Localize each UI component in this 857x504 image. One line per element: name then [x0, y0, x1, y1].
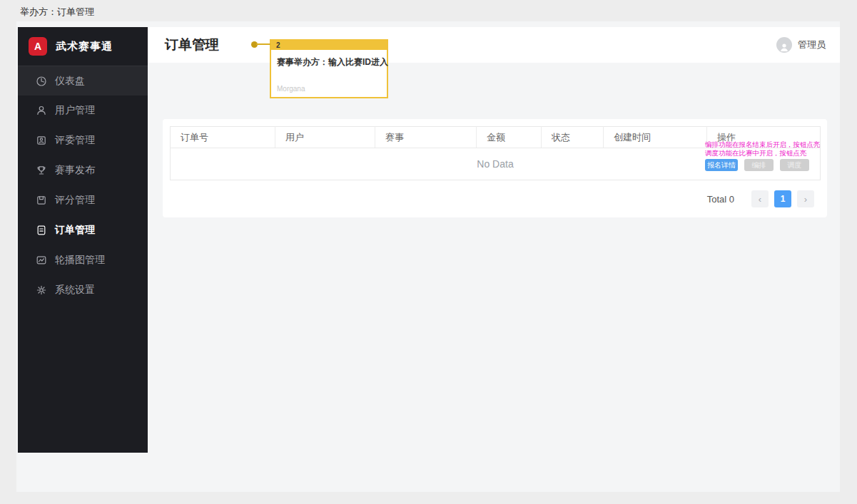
sidebar-item-label: 轮播图管理	[55, 254, 105, 267]
annotation-number: 2	[276, 41, 280, 49]
action-buttons: 报名详情 编排 调度	[705, 159, 823, 171]
page-title: 订单管理	[165, 36, 219, 54]
sidebar-item-label: 评委管理	[55, 134, 95, 147]
annotation-text: 赛事举办方：输入比赛ID进入	[277, 56, 381, 68]
column-event: 赛事	[375, 127, 477, 148]
sidebar-item-label: 仪表盘	[55, 75, 85, 88]
annotation-connector-line	[256, 43, 270, 45]
column-status: 状态	[542, 127, 604, 148]
user-icon	[36, 105, 47, 116]
pagination-total: Total 0	[707, 194, 734, 205]
sidebar-item-judges[interactable]: 评委管理	[18, 125, 148, 155]
logo-badge: A	[29, 37, 47, 56]
order-icon	[36, 225, 47, 236]
sidebar-item-users[interactable]: 用户管理	[18, 96, 148, 125]
trophy-icon	[36, 165, 47, 176]
sidebar-item-orders[interactable]: 订单管理	[18, 215, 148, 245]
judge-icon	[36, 135, 47, 146]
next-page-button[interactable]: ›	[797, 190, 814, 207]
prev-page-button[interactable]: ‹	[751, 190, 769, 207]
sidebar-item-label: 订单管理	[55, 224, 95, 237]
orders-card: 订单号 用户 赛事 金额 状态 创建时间 操作 No Data 编排功能在报名结…	[163, 119, 827, 217]
actions-annotation: 编排功能在报名结束后开启，按钮点亮 调度功能在比赛中开启，按钮点亮 报名详情 编…	[705, 140, 823, 171]
column-order-no: 订单号	[171, 127, 275, 148]
chevron-right-icon: ›	[804, 194, 807, 205]
pagination: Total 0 ‹ 1 ›	[707, 190, 814, 207]
sidebar-item-settings[interactable]: 系统设置	[18, 275, 148, 305]
sidebar-item-carousel[interactable]: 轮播图管理	[18, 245, 148, 275]
sidebar-item-dashboard[interactable]: 仪表盘	[18, 66, 148, 96]
column-created-at: 创建时间	[604, 127, 707, 148]
registration-detail-button[interactable]: 报名详情	[705, 159, 738, 171]
chevron-left-icon: ‹	[759, 194, 761, 205]
settings-icon	[36, 284, 47, 296]
app-title: 武术赛事通	[56, 40, 113, 53]
annotation-tooltip-header: 2	[271, 41, 387, 50]
sidebar-item-scoring[interactable]: 评分管理	[18, 185, 148, 215]
carousel-icon	[36, 254, 47, 266]
sidebar-item-events[interactable]: 赛事发布	[18, 155, 148, 185]
score-icon	[36, 195, 47, 206]
logo: A 武术赛事通	[18, 27, 148, 66]
annotation-watermark: Morgana	[277, 85, 305, 93]
sidebar-menu: 仪表盘 用户管理 评委管理 赛事发布	[18, 66, 148, 305]
breadcrumb: 举办方：订单管理	[20, 6, 94, 19]
sidebar-item-label: 系统设置	[55, 284, 95, 297]
avatar	[776, 37, 792, 53]
sidebar-item-label: 赛事发布	[55, 164, 95, 177]
sidebar: A 武术赛事通 仪表盘 用户管理 评委管理	[18, 27, 148, 453]
annotation-note-line1: 编排功能在报名结束后开启，按钮点亮	[705, 140, 823, 149]
dispatch-button[interactable]: 调度	[780, 159, 809, 171]
page-1-button[interactable]: 1	[774, 190, 791, 207]
user-menu[interactable]: 管理员	[776, 37, 826, 53]
user-name: 管理员	[798, 38, 826, 51]
app-frame: A 武术赛事通 仪表盘 用户管理 评委管理	[16, 21, 840, 492]
column-user: 用户	[275, 127, 375, 148]
arrange-button[interactable]: 编排	[744, 159, 774, 171]
annotation-note-line2: 调度功能在比赛中开启，按钮点亮	[705, 149, 823, 158]
sidebar-item-label: 用户管理	[55, 104, 95, 117]
column-amount: 金额	[477, 127, 542, 148]
sidebar-item-label: 评分管理	[55, 194, 95, 207]
annotation-tooltip: 2 赛事举办方：输入比赛ID进入 Morgana	[270, 39, 388, 98]
dashboard-icon	[36, 76, 47, 87]
